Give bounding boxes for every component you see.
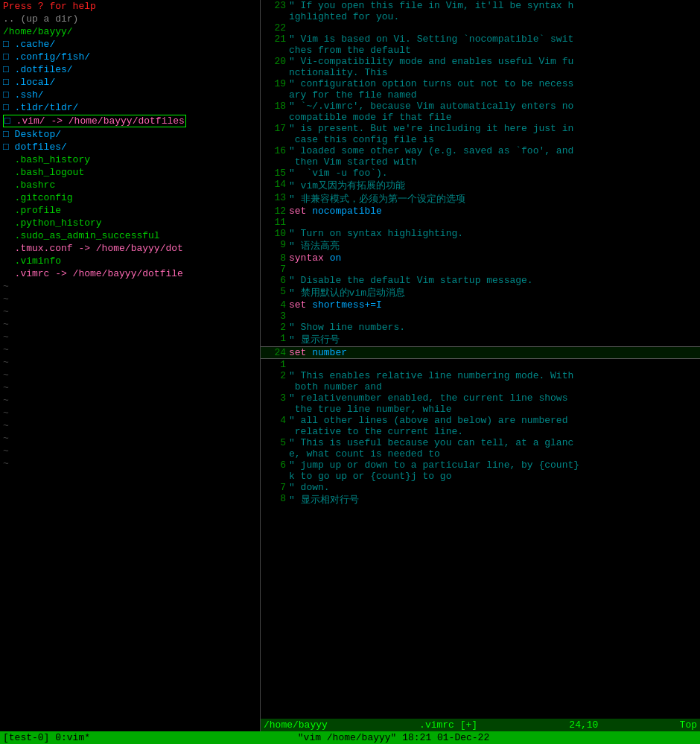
tree-item-gitconfig[interactable]: .gitconfig: [0, 191, 260, 204]
home-dir-label: /home/bayyy/: [3, 26, 73, 37]
status-bar-path: /home/bayyy: [264, 719, 328, 731]
code-line-23b: ighlighted for you.: [261, 11, 700, 22]
code-line-2: 2 " Show line numbers.: [261, 322, 700, 333]
code-line-15: 15 " `vim -u foo`).: [261, 168, 700, 179]
tree-item-vim-symlink[interactable]: □ .vim/ -> /home/bayyy/dotfiles: [0, 114, 260, 128]
tilde-4: ~: [0, 318, 260, 331]
code-line-12: 12 set nocompatible: [261, 206, 700, 217]
code-line-18b: compatible mode if that file: [261, 112, 700, 123]
tree-item-ssh[interactable]: □ .ssh/: [0, 89, 260, 101]
tree-item-desktop[interactable]: □ Desktop/: [0, 128, 260, 141]
code-line-b7: 7 " down.: [261, 482, 700, 493]
code-line-1: 1 " 显示行号: [261, 333, 700, 346]
code-line-14: 14 " vim又因为有拓展的功能: [261, 179, 700, 192]
tilde-9: ~: [0, 381, 260, 394]
tilde-10: ~: [0, 394, 260, 407]
tree-item-tmux[interactable]: .tmux.conf -> /home/bayyy/dot: [0, 242, 260, 255]
code-line-21: 21 " Vim is based on Vi. Setting `nocomp…: [261, 34, 700, 45]
tilde-12: ~: [0, 419, 260, 432]
tilde-14: ~: [0, 445, 260, 457]
tree-item-viminfo[interactable]: .viminfo: [0, 255, 260, 267]
code-line-23: 23 " If you open this file in Vim, it'll…: [261, 0, 700, 11]
code-line-b4b: relative to the current line.: [261, 426, 700, 437]
tree-item-config[interactable]: □ .config/fish/: [0, 51, 260, 63]
tilde-15: ~: [0, 457, 260, 470]
main-container: Press ? for help .. (up a dir) /home/bay…: [0, 0, 700, 744]
code-line-19b: ary for the file named: [261, 89, 700, 101]
tilde-13: ~: [0, 432, 260, 445]
code-line-b3b: the true line number, while: [261, 404, 700, 415]
tree-item-profile[interactable]: .profile: [0, 204, 260, 217]
tree-item-python-history[interactable]: .python_history: [0, 217, 260, 229]
code-line-20b: nctionality. This: [261, 67, 700, 78]
file-tree[interactable]: Press ? for help .. (up a dir) /home/bay…: [0, 0, 261, 731]
tree-item-local[interactable]: □ .local/: [0, 76, 260, 89]
code-view: 23 " If you open this file in Vim, it'll…: [261, 0, 700, 719]
tree-home-dir[interactable]: /home/bayyy/: [0, 25, 260, 38]
code-line-20: 20 " Vi-compatibility mode and enables u…: [261, 56, 700, 67]
tree-item-dotfiles-dir[interactable]: □ .dotfiles/: [0, 63, 260, 76]
code-line-b6b: k to go up or {count}j to go: [261, 471, 700, 482]
code-line-19: 19 " configuration option turns out not …: [261, 78, 700, 89]
tree-item-dotfiles[interactable]: □ dotfiles/: [0, 141, 260, 153]
code-line-b1: 1: [261, 359, 700, 370]
tilde-3: ~: [0, 305, 260, 318]
code-line-16b: then Vim started with: [261, 156, 700, 168]
code-line-13: 13 " 非兼容模式，必须为第一个设定的选项: [261, 192, 700, 206]
tilde-2: ~: [0, 293, 260, 305]
editor-area: Press ? for help .. (up a dir) /home/bay…: [0, 0, 700, 731]
code-line-b4: 4 " all other lines (above and below) ar…: [261, 415, 700, 426]
tilde-8: ~: [0, 369, 260, 381]
bottom-bar-info: "vim /home/bayyy" 18:21 01-Dec-22: [298, 732, 489, 743]
code-line-8: 8 syntax on: [261, 252, 700, 264]
code-line-11: 11: [261, 217, 700, 228]
tilde-6: ~: [0, 343, 260, 356]
tree-item-bash-logout[interactable]: .bash_logout: [0, 166, 260, 179]
tree-item-bashrc[interactable]: .bashrc: [0, 179, 260, 191]
content-pane: 23 " If you open this file in Vim, it'll…: [261, 0, 700, 731]
code-line-17: 17 " is present. But we're including it …: [261, 123, 700, 134]
code-line-9: 9 " 语法高亮: [261, 239, 700, 252]
tree-parent-dir[interactable]: .. (up a dir): [0, 13, 260, 25]
status-bar: /home/bayyy .vimrc [+] 24,10 Top: [261, 719, 700, 731]
code-line-6: 6 " Disable the default Vim startup mess…: [261, 275, 700, 286]
tree-header: Press ? for help: [0, 0, 260, 13]
code-line-5: 5 " 禁用默认的vim启动消息: [261, 286, 700, 299]
tree-help-text: Press ? for help: [3, 1, 96, 12]
code-line-22: 22: [261, 22, 700, 34]
tilde-11: ~: [0, 407, 260, 419]
tilde-5: ~: [0, 331, 260, 343]
tree-item-cache[interactable]: □ .cache/: [0, 38, 260, 51]
bottom-bar-session: [test-0] 0:vim*: [3, 732, 90, 743]
code-line-21b: ches from the default: [261, 45, 700, 56]
code-line-18: 18 " `~/.vimrc', because Vim automatical…: [261, 101, 700, 112]
code-line-b2: 2 " This enables relative line numbering…: [261, 370, 700, 381]
code-line-17b: case this config file is: [261, 134, 700, 145]
code-line-b6: 6 " jump up or down to a particular line…: [261, 460, 700, 471]
code-line-3: 3: [261, 311, 700, 322]
code-lines-top: 23 " If you open this file in Vim, it'll…: [261, 0, 700, 719]
code-line-b5: 5 " This is useful because you can tell,…: [261, 437, 700, 448]
tilde-1: ~: [0, 280, 260, 293]
code-line-10: 10 " Turn on syntax highlighting.: [261, 228, 700, 239]
code-line-b5b: e, what count is needed to: [261, 448, 700, 460]
code-line-b3: 3 " relativenumber enabled, the current …: [261, 392, 700, 404]
code-line-16: 16 " loaded some other way (e.g. saved a…: [261, 145, 700, 156]
bottom-bar: [test-0] 0:vim* "vim /home/bayyy" 18:21 …: [0, 731, 700, 744]
status-bar-position: 24,10 Top: [569, 719, 697, 731]
tree-item-tldr[interactable]: □ .tldr/tldr/: [0, 101, 260, 114]
code-line-b8: 8 " 显示相对行号: [261, 493, 700, 506]
status-bar-filename: .vimrc [+]: [419, 719, 477, 731]
tree-item-bash-history[interactable]: .bash_history: [0, 153, 260, 166]
tilde-7: ~: [0, 356, 260, 369]
tree-item-sudo[interactable]: .sudo_as_admin_successful: [0, 229, 260, 242]
code-line-4: 4 set shortmess+=I: [261, 299, 700, 311]
tree-item-vimrc[interactable]: .vimrc -> /home/bayyy/dotfile: [0, 267, 260, 280]
code-line-24-current: 24 set number: [261, 347, 700, 358]
code-line-b2b: both number and: [261, 381, 700, 392]
parent-dir-label: .. (up a dir): [3, 13, 78, 25]
code-line-7: 7: [261, 264, 700, 275]
